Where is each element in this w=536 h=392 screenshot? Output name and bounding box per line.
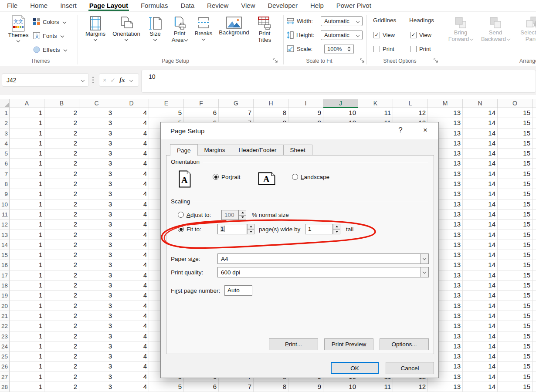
cell-D12[interactable]: 4	[114, 220, 149, 230]
cell-B13[interactable]: 2	[44, 230, 79, 240]
increment-icon[interactable]	[347, 47, 351, 48]
cell-D1[interactable]: 4	[114, 108, 149, 118]
column-header-A[interactable]: A	[10, 99, 44, 108]
cell-C27[interactable]: 3	[79, 372, 114, 382]
row-header-1[interactable]: 1	[0, 108, 10, 118]
cell-O24[interactable]: 15	[498, 341, 533, 351]
cell-B2[interactable]: 2	[44, 118, 79, 128]
cell-B26[interactable]: 2	[44, 362, 79, 372]
cell-D6[interactable]: 4	[114, 159, 149, 169]
cell-O4[interactable]: 15	[498, 139, 533, 149]
cell-J28[interactable]: 10	[323, 382, 358, 392]
dialog-tab-header-footer[interactable]: Header/Footer	[232, 145, 284, 155]
cell-A19[interactable]: 1	[10, 291, 44, 301]
cell-A18[interactable]: 1	[10, 280, 44, 291]
cell-O19[interactable]: 15	[498, 291, 533, 301]
ribbon-tab-review[interactable]: Review	[206, 0, 229, 11]
cell-C11[interactable]: 3	[79, 210, 114, 220]
cell-D19[interactable]: 4	[114, 291, 149, 301]
cell-A8[interactable]: 1	[10, 179, 44, 189]
cell-C1[interactable]: 3	[79, 108, 114, 118]
cell-O3[interactable]: 15	[498, 128, 533, 139]
gridlines-view-checkbox[interactable]: ✓ View	[373, 30, 395, 40]
landscape-radio[interactable]	[292, 174, 298, 180]
row-header-15[interactable]: 15	[0, 250, 10, 260]
cell-A5[interactable]: 1	[10, 149, 44, 159]
row-header-6[interactable]: 6	[0, 159, 10, 169]
column-header-D[interactable]: D	[114, 99, 149, 108]
cell-A26[interactable]: 1	[10, 362, 44, 372]
cell-B7[interactable]: 2	[44, 169, 79, 179]
orientation-button[interactable]: Orientation	[110, 16, 143, 41]
cell-A1[interactable]: 1	[10, 108, 44, 118]
cell-A3[interactable]: 1	[10, 128, 44, 139]
cell-N21[interactable]: 14	[463, 311, 498, 321]
gridlines-print-checkbox[interactable]: Print	[373, 44, 394, 54]
cell-N11[interactable]: 14	[463, 210, 498, 220]
cell-N12[interactable]: 14	[463, 220, 498, 230]
cell-O6[interactable]: 15	[498, 159, 533, 169]
row-header-19[interactable]: 19	[0, 291, 10, 301]
cell-L1[interactable]: 12	[393, 108, 428, 118]
cell-F1[interactable]: 6	[184, 108, 219, 118]
cell-E28[interactable]: 5	[149, 382, 184, 392]
column-header-G[interactable]: G	[219, 99, 254, 108]
print-quality-dropdown[interactable]: 600 dpi	[217, 267, 429, 277]
ribbon-tab-page-layout[interactable]: Page Layout	[88, 0, 129, 11]
theme-effects-button[interactable]: Effects	[33, 45, 67, 54]
cell-A25[interactable]: 1	[10, 351, 44, 362]
cell-C5[interactable]: 3	[79, 149, 114, 159]
cell-N28[interactable]: 14	[463, 382, 498, 392]
cell-O23[interactable]: 15	[498, 331, 533, 341]
cell-D5[interactable]: 4	[114, 149, 149, 159]
cell-O26[interactable]: 15	[498, 362, 533, 372]
ribbon-tab-home[interactable]: Home	[29, 0, 48, 11]
scale-to-fit-dialog-launcher[interactable]	[360, 58, 365, 64]
cell-O10[interactable]: 15	[498, 199, 533, 210]
help-icon[interactable]: ?	[395, 126, 406, 136]
cell-N1[interactable]: 14	[463, 108, 498, 118]
cell-B11[interactable]: 2	[44, 210, 79, 220]
row-header-26[interactable]: 26	[0, 362, 10, 372]
close-icon[interactable]: ×	[420, 126, 431, 136]
cell-B21[interactable]: 2	[44, 311, 79, 321]
cell-C14[interactable]: 3	[79, 240, 114, 250]
cell-B3[interactable]: 2	[44, 128, 79, 139]
theme-colors-button[interactable]: Colors	[33, 17, 66, 27]
cell-O9[interactable]: 15	[498, 189, 533, 199]
cell-M28[interactable]: 13	[428, 382, 463, 392]
row-header-25[interactable]: 25	[0, 351, 10, 362]
cell-A16[interactable]: 1	[10, 260, 44, 270]
cell-C17[interactable]: 3	[79, 270, 114, 280]
adjust-to-spinner[interactable]	[239, 210, 246, 220]
row-header-9[interactable]: 9	[0, 189, 10, 199]
row-header-7[interactable]: 7	[0, 169, 10, 179]
row-header-2[interactable]: 2	[0, 118, 10, 128]
cell-A24[interactable]: 1	[10, 341, 44, 351]
ribbon-tab-formulas[interactable]: Formulas	[140, 0, 169, 11]
row-header-20[interactable]: 20	[0, 301, 10, 311]
dialog-titlebar[interactable]: Page Setup ? ×	[161, 122, 438, 139]
cell-C24[interactable]: 3	[79, 341, 114, 351]
checkbox-icon[interactable]	[373, 46, 380, 52]
cell-B10[interactable]: 2	[44, 199, 79, 210]
ok-button[interactable]: OK	[331, 362, 379, 374]
cell-D24[interactable]: 4	[114, 341, 149, 351]
cell-A4[interactable]: 1	[10, 139, 44, 149]
cell-B5[interactable]: 2	[44, 149, 79, 159]
row-header-22[interactable]: 22	[0, 321, 10, 331]
cell-A17[interactable]: 1	[10, 270, 44, 280]
dropdown-button[interactable]	[420, 267, 428, 277]
cell-N14[interactable]: 14	[463, 240, 498, 250]
cell-B15[interactable]: 2	[44, 250, 79, 260]
width-dropdown[interactable]: Automatic	[321, 16, 363, 26]
cell-B23[interactable]: 2	[44, 331, 79, 341]
ribbon-tab-help[interactable]: Help	[309, 0, 325, 11]
insert-function-icon[interactable]: fx	[119, 76, 125, 84]
cell-D23[interactable]: 4	[114, 331, 149, 341]
cell-D28[interactable]: 4	[114, 382, 149, 392]
fit-to-tall-input[interactable]: 1	[305, 224, 333, 234]
cell-O25[interactable]: 15	[498, 351, 533, 362]
column-header-F[interactable]: F	[184, 99, 219, 108]
cell-N7[interactable]: 14	[463, 169, 498, 179]
